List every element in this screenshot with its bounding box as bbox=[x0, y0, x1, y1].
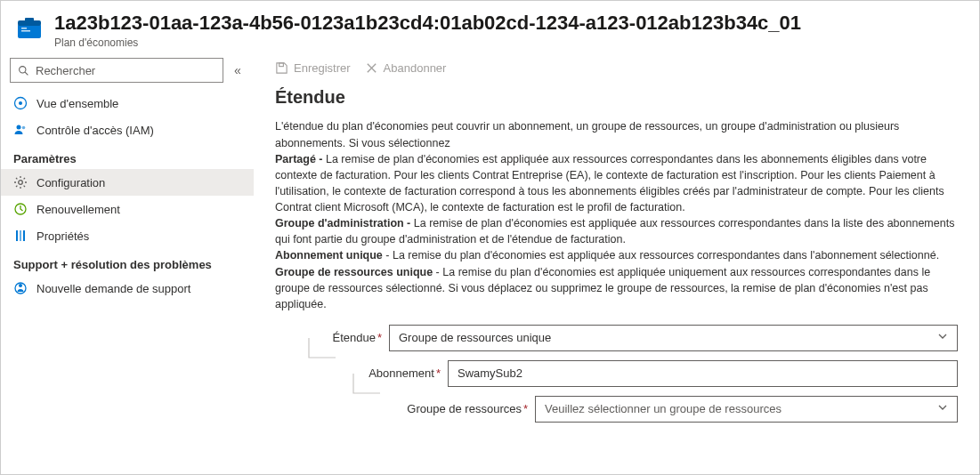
sidebar-section-settings: Paramètres bbox=[1, 143, 254, 169]
search-icon bbox=[16, 63, 30, 77]
sidebar-section-support: Support + résolution des problèmes bbox=[1, 249, 254, 275]
shared-text: La remise de plan d'économies est appliq… bbox=[275, 153, 944, 213]
svg-point-8 bbox=[19, 101, 22, 105]
sidebar-item-label: Propriétés bbox=[36, 229, 89, 243]
sidebar-item-label: Configuration bbox=[36, 176, 105, 189]
scope-dropdown[interactable]: Groupe de ressources unique bbox=[389, 325, 958, 351]
sidebar-item-new-support[interactable]: Nouvelle demande de support bbox=[1, 275, 254, 302]
toolbar: Enregistrer Abandonner bbox=[275, 61, 958, 87]
sidebar-item-properties[interactable]: Propriétés bbox=[1, 222, 254, 249]
sidebar-item-overview[interactable]: Vue d'ensemble bbox=[1, 90, 254, 117]
description-block: L'étendue du plan d'économies peut couvr… bbox=[275, 118, 958, 312]
resource-group-placeholder: Veuillez sélectionner un groupe de resso… bbox=[545, 402, 782, 415]
subscription-field[interactable]: SwamySub2 bbox=[448, 360, 958, 387]
save-label: Enregistrer bbox=[294, 61, 351, 75]
svg-point-11 bbox=[19, 181, 23, 185]
shared-label: Partagé - bbox=[275, 153, 326, 165]
svg-rect-2 bbox=[25, 18, 34, 22]
svg-point-17 bbox=[19, 284, 22, 287]
svg-rect-15 bbox=[23, 230, 25, 241]
chevron-down-icon bbox=[937, 402, 948, 415]
svg-rect-13 bbox=[16, 230, 18, 241]
svg-point-5 bbox=[19, 67, 25, 73]
search-input-wrapper[interactable] bbox=[10, 58, 223, 83]
svg-rect-14 bbox=[20, 230, 21, 241]
intro-text: L'étendue du plan d'économies peut couvr… bbox=[275, 120, 899, 149]
section-heading: Étendue bbox=[275, 87, 958, 108]
svg-point-10 bbox=[22, 126, 26, 130]
save-button[interactable]: Enregistrer bbox=[275, 61, 351, 75]
sidebar-item-label: Contrôle d'accès (IAM) bbox=[36, 124, 154, 137]
overview-icon bbox=[13, 96, 28, 110]
resource-group-dropdown[interactable]: Veuillez sélectionner un groupe de resso… bbox=[535, 396, 958, 423]
discard-label: Abandonner bbox=[384, 61, 447, 75]
scope-label: Étendue* bbox=[309, 331, 389, 344]
sidebar-item-configuration[interactable]: Configuration bbox=[1, 169, 254, 196]
main-content: Enregistrer Abandonner Étendue L'étendue… bbox=[254, 54, 979, 472]
svg-rect-3 bbox=[21, 28, 27, 29]
gear-icon bbox=[13, 175, 28, 189]
resource-group-label: Groupe de ressources* bbox=[389, 402, 535, 415]
page-subtitle: Plan d'économies bbox=[54, 36, 801, 49]
discard-button[interactable]: Abandonner bbox=[365, 61, 447, 75]
scope-value: Groupe de ressources unique bbox=[399, 331, 551, 344]
collapse-sidebar-button[interactable]: « bbox=[229, 61, 247, 79]
svg-rect-18 bbox=[279, 63, 284, 67]
subscription-value: SwamySub2 bbox=[458, 366, 522, 380]
single-sub-label: Abonnement unique bbox=[275, 249, 383, 262]
single-rg-label: Groupe de ressources unique bbox=[275, 266, 433, 278]
svg-line-6 bbox=[25, 72, 28, 75]
page-title: 1a23b123-01aa-123a-4b56-0123a1b23cd4:01a… bbox=[54, 12, 801, 35]
mg-label: Groupe d'administration - bbox=[275, 217, 414, 229]
single-sub-text: - La remise du plan d'économies est appl… bbox=[383, 249, 939, 262]
svg-point-9 bbox=[17, 125, 21, 130]
sidebar: « Vue d'ensemble Contrôle d'accès (IAM) … bbox=[1, 54, 254, 472]
svg-rect-4 bbox=[21, 30, 30, 32]
sidebar-item-label: Vue d'ensemble bbox=[36, 97, 118, 110]
properties-icon bbox=[13, 229, 28, 243]
support-icon bbox=[13, 281, 28, 295]
clock-icon bbox=[13, 202, 28, 216]
sidebar-item-label: Nouvelle demande de support bbox=[36, 282, 190, 295]
scope-form: Étendue* Groupe de ressources unique Abo… bbox=[275, 325, 958, 423]
sidebar-item-label: Renouvellement bbox=[36, 203, 120, 216]
search-input[interactable] bbox=[36, 64, 217, 77]
sidebar-item-renewal[interactable]: Renouvellement bbox=[1, 196, 254, 222]
chevron-down-icon bbox=[937, 331, 948, 344]
page-header: 1a23b123-01aa-123a-4b56-0123a1b23cd4:01a… bbox=[1, 1, 979, 54]
sidebar-item-iam[interactable]: Contrôle d'accès (IAM) bbox=[1, 117, 254, 143]
subscription-label: Abonnement* bbox=[343, 366, 448, 380]
people-icon bbox=[13, 123, 28, 137]
savings-plan-icon bbox=[15, 15, 44, 44]
